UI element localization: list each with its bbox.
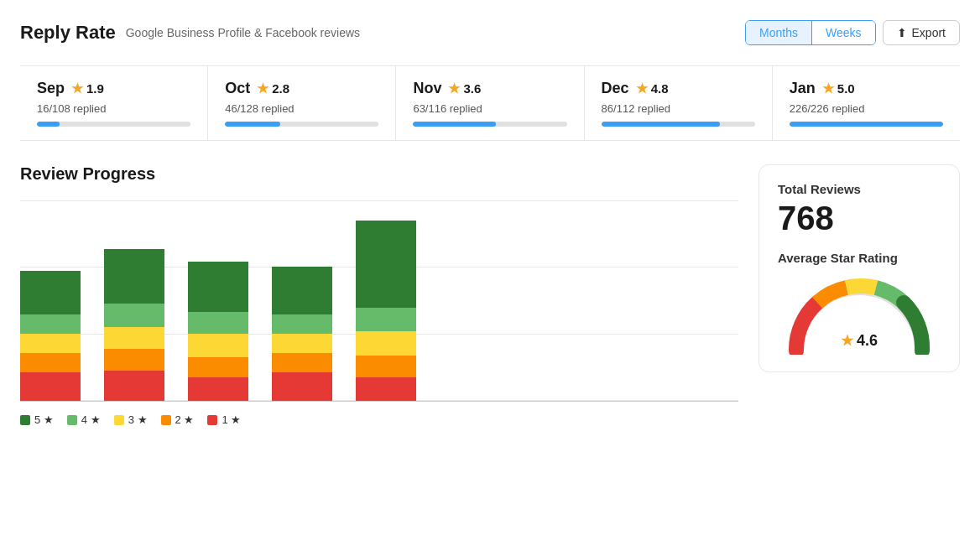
legend-label: 5 ★ — [34, 413, 54, 426]
chart-legend: 5 ★ 4 ★ 3 ★ 2 ★ 1 ★ — [20, 413, 738, 426]
legend-label: 1 ★ — [222, 413, 241, 426]
replied-text: 63/116 replied — [413, 102, 566, 115]
star-icon: ★ — [448, 81, 460, 96]
month-header: Jan ★ 5.0 — [790, 80, 943, 97]
chart-area — [20, 200, 738, 402]
rating-value: 1.9 — [86, 81, 104, 96]
grid-line — [20, 200, 738, 201]
star-icon: ★ — [257, 81, 268, 96]
replied-text: 86/112 replied — [602, 102, 755, 115]
replied-text: 16/108 replied — [37, 102, 190, 115]
legend-label: 3 ★ — [128, 413, 148, 426]
month-card: Sep ★ 1.9 16/108 replied — [20, 66, 208, 140]
legend-swatch — [207, 415, 217, 425]
bar-segment — [104, 249, 164, 304]
star-icon: ★ — [822, 81, 834, 96]
total-reviews-label: Total Reviews — [778, 182, 941, 196]
stacked-bar — [20, 271, 81, 401]
month-name: Jan — [790, 80, 816, 97]
legend-label: 4 ★ — [81, 413, 101, 426]
stacked-bar — [272, 267, 332, 401]
bar-group — [188, 262, 248, 401]
bar-segment — [356, 308, 416, 331]
bar-segment — [356, 377, 416, 401]
export-icon: ⬆ — [897, 26, 907, 39]
progress-bar-bg — [602, 122, 755, 127]
bar-segment — [272, 334, 332, 353]
review-progress-title: Review Progress — [20, 164, 738, 184]
star-rating: ★ 3.6 — [448, 81, 481, 96]
gauge-star-icon: ★ — [841, 332, 853, 350]
bar-segment — [20, 353, 81, 372]
month-card: Dec ★ 4.8 86/112 replied — [585, 66, 773, 140]
month-name: Dec — [602, 80, 629, 97]
review-progress: Review Progress 5 ★ 4 ★ 3 ★ 2 ★ 1 ★ — [20, 164, 738, 426]
header-left: Reply Rate Google Business Profile & Fac… — [20, 22, 360, 44]
bar-segment — [20, 334, 81, 353]
legend-item: 5 ★ — [20, 413, 54, 426]
progress-bar-fill — [790, 122, 943, 127]
bar-segment — [272, 353, 332, 372]
month-name: Sep — [37, 80, 65, 97]
bar-group — [356, 221, 416, 401]
bar-segment — [356, 356, 416, 377]
rating-value: 2.8 — [272, 81, 289, 96]
progress-bar-bg — [225, 122, 378, 127]
month-name: Nov — [413, 80, 441, 97]
bar-segment — [20, 314, 81, 334]
legend-item: 1 ★ — [207, 413, 241, 426]
month-name: Oct — [225, 80, 250, 97]
replied-text: 226/226 replied — [790, 102, 943, 115]
total-reviews-value: 768 — [778, 200, 941, 237]
bar-segment — [356, 221, 416, 308]
time-toggle: Months Weeks — [745, 20, 875, 45]
bar-segment — [104, 304, 164, 327]
month-header: Dec ★ 4.8 — [602, 80, 755, 97]
export-button[interactable]: ⬆ Export — [883, 20, 960, 45]
legend-swatch — [67, 415, 77, 425]
bar-segment — [104, 327, 164, 349]
star-rating: ★ 1.9 — [71, 81, 104, 96]
month-header: Sep ★ 1.9 — [37, 80, 190, 97]
stats-card: Total Reviews 768 Average Star Rating ★ — [758, 164, 960, 372]
legend-item: 3 ★ — [114, 413, 148, 426]
stacked-bar — [104, 249, 164, 401]
bar-segment — [104, 371, 164, 401]
months-button[interactable]: Months — [746, 21, 812, 44]
gauge-value: 4.6 — [857, 332, 878, 350]
bar-group — [20, 271, 81, 401]
star-rating: ★ 2.8 — [257, 81, 289, 96]
stacked-bar — [356, 221, 416, 401]
page-title: Reply Rate — [20, 22, 116, 44]
bar-group — [104, 249, 164, 401]
bar-segment — [104, 349, 164, 371]
month-cards: Sep ★ 1.9 16/108 replied Oct ★ 2.8 46/12… — [20, 65, 960, 141]
bar-segment — [356, 331, 416, 355]
legend-label: 2 ★ — [175, 413, 195, 426]
weeks-button[interactable]: Weeks — [812, 21, 875, 44]
rating-value: 4.8 — [651, 81, 669, 96]
avg-rating-label: Average Star Rating — [778, 251, 941, 265]
progress-bar-bg — [37, 122, 190, 127]
progress-bar-bg — [413, 122, 566, 127]
replied-text: 46/128 replied — [225, 102, 378, 115]
header-right: Months Weeks ⬆ Export — [745, 20, 960, 45]
star-icon: ★ — [71, 81, 83, 96]
gauge-container: ★ 4.6 — [784, 275, 935, 355]
bar-segment — [272, 314, 332, 334]
star-rating: ★ 4.8 — [636, 81, 669, 96]
legend-swatch — [114, 415, 124, 425]
legend-item: 2 ★ — [161, 413, 195, 426]
progress-bar-fill — [602, 122, 720, 127]
progress-bar-fill — [225, 122, 280, 127]
subtitle: Google Business Profile & Facebook revie… — [126, 26, 360, 39]
bar-segment — [20, 372, 81, 401]
progress-bar-fill — [37, 122, 60, 127]
rating-value: 5.0 — [837, 81, 855, 96]
month-card: Jan ★ 5.0 226/226 replied — [773, 66, 960, 140]
bar-segment — [188, 377, 248, 401]
bar-segment — [272, 267, 332, 314]
progress-bar-fill — [413, 122, 496, 127]
bar-segment — [20, 271, 81, 314]
bar-segment — [188, 312, 248, 334]
